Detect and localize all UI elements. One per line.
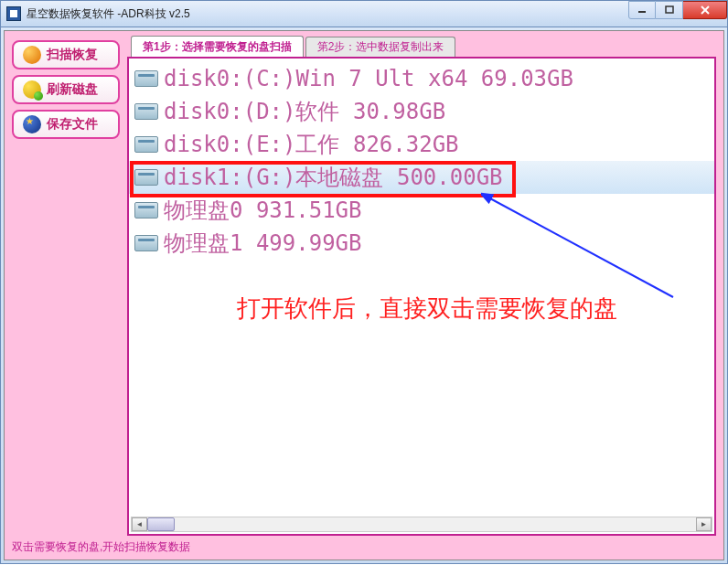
refresh-label: 刷新磁盘 — [47, 81, 98, 98]
disk-row[interactable]: disk0:(D:)软件 30.98GB — [129, 95, 714, 128]
app-icon — [6, 6, 21, 21]
disk-label: 物理盘1 499.99GB — [164, 229, 362, 258]
drive-icon — [134, 136, 158, 153]
scroll-thumb[interactable] — [147, 517, 175, 531]
horizontal-scrollbar[interactable]: ◄ ► — [131, 517, 712, 532]
disk-label: disk0:(E:)工作 826.32GB — [164, 130, 459, 159]
disk-list-panel: disk0:(C:)Win 7 Ult x64 69.03GBdisk0:(D:… — [127, 57, 716, 536]
disk-label: disk0:(C:)Win 7 Ult x64 69.03GB — [164, 66, 573, 91]
refresh-disk-button[interactable]: 刷新磁盘 — [12, 75, 120, 104]
save-icon — [23, 115, 41, 133]
disk-label: disk1:(G:)本地磁盘 500.00GB — [164, 163, 503, 192]
save-label: 保存文件 — [47, 116, 98, 133]
disk-label: disk0:(D:)软件 30.98GB — [164, 97, 445, 126]
annotation-text: 打开软件后，直接双击需要恢复的盘 — [237, 293, 617, 325]
client-area: 扫描恢复 刷新磁盘 保存文件 第1步：选择需要恢复的盘扫描 第2步：选中数据复制… — [0, 27, 728, 564]
disk-row[interactable]: disk0:(C:)Win 7 Ult x64 69.03GB — [129, 62, 714, 95]
minimize-button[interactable] — [628, 1, 656, 19]
maximize-button[interactable] — [656, 1, 683, 19]
disk-row[interactable]: disk1:(G:)本地磁盘 500.00GB — [129, 161, 714, 194]
tab-step2[interactable]: 第2步：选中数据复制出来 — [305, 37, 456, 57]
disk-row[interactable]: 物理盘1 499.99GB — [129, 227, 714, 260]
tab-step1[interactable]: 第1步：选择需要恢复的盘扫描 — [131, 36, 304, 57]
disk-row[interactable]: 物理盘0 931.51GB — [129, 194, 714, 227]
svg-rect-0 — [10, 10, 17, 17]
magnifier-icon — [23, 46, 41, 64]
drive-icon — [134, 235, 158, 251]
drive-icon — [134, 169, 158, 186]
refresh-icon — [23, 80, 41, 99]
scroll-left-button[interactable]: ◄ — [132, 517, 147, 531]
scan-label: 扫描恢复 — [47, 47, 98, 63]
scroll-right-button[interactable]: ► — [696, 517, 712, 531]
drive-icon — [134, 103, 158, 120]
svg-rect-2 — [666, 6, 673, 13]
disk-list: disk0:(C:)Win 7 Ult x64 69.03GBdisk0:(D:… — [129, 59, 714, 263]
close-button[interactable] — [683, 1, 727, 19]
disk-label: 物理盘0 931.51GB — [164, 196, 362, 225]
drive-icon — [134, 202, 158, 219]
titlebar[interactable]: 星空数据恢复软件 -ADR科技 v2.5 — [0, 0, 728, 27]
content-area: 第1步：选择需要恢复的盘扫描 第2步：选中数据复制出来 disk0:(C:)Wi… — [127, 35, 720, 538]
scroll-track[interactable] — [147, 517, 696, 531]
disk-row[interactable]: disk0:(E:)工作 826.32GB — [129, 128, 714, 161]
main-frame: 扫描恢复 刷新磁盘 保存文件 第1步：选择需要恢复的盘扫描 第2步：选中数据复制… — [4, 30, 724, 560]
status-bar: 双击需要恢复的盘,开始扫描恢复数据 — [8, 538, 720, 556]
sidebar: 扫描恢复 刷新磁盘 保存文件 — [8, 35, 127, 538]
tab-strip: 第1步：选择需要恢复的盘扫描 第2步：选中数据复制出来 — [127, 35, 720, 57]
drive-icon — [134, 70, 158, 87]
save-file-button[interactable]: 保存文件 — [12, 110, 120, 139]
scan-recover-button[interactable]: 扫描恢复 — [12, 40, 120, 69]
window-title: 星空数据恢复软件 -ADR科技 v2.5 — [27, 6, 190, 22]
